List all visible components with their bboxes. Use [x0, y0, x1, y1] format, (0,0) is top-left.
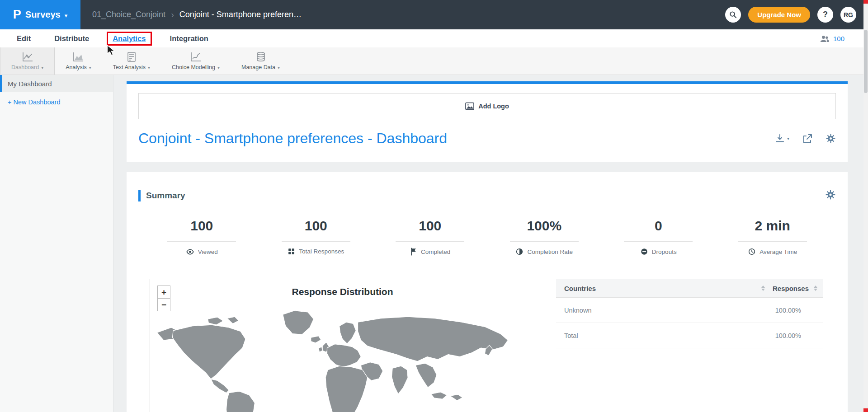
share-icon — [802, 133, 813, 144]
table-row: Unknown 100.00% — [556, 298, 823, 323]
choice-modelling-icon — [190, 52, 202, 62]
toolbar-item-choice-modelling[interactable]: Choice Modelling▾ — [161, 47, 231, 75]
new-dashboard-link[interactable]: + New Dashboard — [0, 98, 113, 106]
toolbar-item-analysis[interactable]: Analysis▾ — [55, 47, 102, 75]
stat-label: Dropouts — [652, 248, 677, 255]
stat-viewed: 100 Viewed — [145, 218, 259, 256]
breadcrumb-parent-link[interactable]: 01_Choice_Conjoint — [92, 10, 165, 19]
people-icon — [820, 34, 829, 42]
search-icon — [729, 10, 737, 19]
column-header-responses[interactable]: Responses — [773, 285, 809, 292]
settings-button[interactable] — [826, 133, 836, 144]
stat-label: Completion Rate — [527, 248, 573, 255]
database-icon — [255, 52, 267, 62]
top-header: P Surveys ▾ 01_Choice_Conjoint › Conjoin… — [0, 0, 868, 29]
help-button[interactable]: ? — [817, 7, 833, 23]
share-button[interactable] — [802, 133, 813, 144]
tab-analytics[interactable]: Analytics — [113, 34, 146, 42]
scrollbar-bottom-marker — [863, 408, 868, 412]
stat-label: Viewed — [198, 248, 218, 255]
surveys-menu[interactable]: P Surveys ▾ — [0, 0, 80, 29]
upgrade-now-button[interactable]: Upgrade Now — [748, 7, 810, 23]
breadcrumb-current: Conjoint - Smartphone preferen… — [179, 10, 302, 19]
world-map[interactable] — [150, 304, 535, 412]
sidebar-item-my-dashboard[interactable]: My Dashboard — [0, 75, 113, 92]
stat-label: Total Responses — [299, 248, 344, 255]
column-header-countries[interactable]: Countries — [564, 285, 761, 292]
vertical-scrollbar[interactable] — [863, 0, 868, 412]
summary-settings-button[interactable] — [825, 189, 836, 202]
survey-nav-tabs: Edit Distribute Analytics Integration 10… — [0, 29, 868, 47]
stat-label: Completed — [421, 248, 450, 255]
area-chart-icon — [72, 52, 84, 62]
stat-average-time: 2 min Average Time — [716, 218, 830, 256]
stat-value: 100 — [259, 218, 373, 234]
tab-integration[interactable]: Integration — [170, 34, 208, 43]
sidebar-item-label: My Dashboard — [8, 80, 52, 88]
stat-value: 100 — [373, 218, 487, 234]
zoom-out-button[interactable]: − — [157, 298, 170, 311]
table-row: Total 100.00% — [556, 323, 823, 348]
minus-circle-icon — [640, 248, 648, 256]
summary-heading: Summary — [146, 191, 185, 201]
breadcrumb-separator-icon: › — [171, 9, 174, 20]
stat-total-responses: 100 Total Responses — [259, 218, 373, 256]
avatar[interactable]: RG — [840, 7, 856, 23]
mouse-cursor — [106, 45, 116, 56]
map-title: Response Distribution — [150, 286, 535, 297]
sort-icon[interactable] — [813, 285, 818, 291]
eye-icon — [186, 248, 194, 256]
tab-edit[interactable]: Edit — [17, 34, 31, 43]
image-icon — [465, 102, 474, 110]
stat-value: 100% — [487, 218, 602, 234]
responses-count-link[interactable]: 100 — [833, 35, 844, 42]
country-cell: Unknown — [564, 307, 775, 314]
stat-value: 100 — [145, 218, 259, 234]
line-chart-icon — [22, 52, 33, 62]
stat-dropouts: 0 Dropouts — [601, 218, 716, 256]
add-logo-label: Add Logo — [478, 103, 509, 110]
chevron-down-icon: ▾ — [65, 12, 68, 19]
text-analysis-icon — [126, 52, 137, 62]
summary-stats: 100 Viewed 100 Total Responses — [127, 218, 848, 256]
chevron-down-icon: ▾ — [787, 136, 789, 141]
stat-value: 0 — [601, 218, 716, 234]
annotation-highlight-box: Analytics — [107, 32, 151, 46]
toolbar-item-dashboard[interactable]: Dashboard▾ — [0, 47, 55, 75]
download-icon — [774, 133, 785, 144]
tab-distribute[interactable]: Distribute — [54, 34, 89, 43]
responses-cell: 100.00% — [775, 332, 801, 339]
analytics-toolbar: Dashboard▾ Analysis▾ Text Analysis▾ Choi… — [0, 47, 868, 75]
half-circle-icon — [515, 248, 524, 256]
search-button[interactable] — [725, 7, 741, 23]
chevron-down-icon: ▾ — [89, 65, 91, 70]
sort-icon[interactable] — [761, 285, 765, 291]
dashboard-sidebar: My Dashboard + New Dashboard — [0, 75, 113, 412]
toolbar-label: Text Analysis — [113, 64, 146, 70]
country-cell: Total — [564, 332, 775, 339]
gear-icon — [825, 189, 836, 200]
scrollbar-top-marker — [863, 0, 868, 4]
download-button[interactable]: ▾ — [774, 133, 789, 144]
stat-completion-rate: 100% Completion Rate — [487, 218, 602, 256]
accent-bar — [138, 190, 141, 201]
add-logo-button[interactable]: Add Logo — [138, 93, 836, 119]
stat-completed: 100 Completed — [373, 218, 487, 256]
breadcrumb: 01_Choice_Conjoint › Conjoint - Smartpho… — [92, 9, 302, 20]
response-distribution-map: + − Response Distribution — [150, 279, 535, 412]
countries-table: Countries Responses Unknown 100.00% — [556, 279, 823, 412]
scrollbar-thumb[interactable] — [864, 30, 868, 93]
chevron-down-icon: ▾ — [217, 65, 220, 70]
stat-value: 2 min — [716, 218, 830, 234]
page-title: Conjoint - Smartphone preferences - Dash… — [138, 130, 447, 147]
dashboard-header-card: Add Logo Conjoint - Smartphone preferenc… — [127, 81, 848, 162]
main-content: Add Logo Conjoint - Smartphone preferenc… — [113, 75, 863, 412]
chevron-down-icon: ▾ — [41, 65, 43, 70]
zoom-in-button[interactable]: + — [157, 286, 170, 299]
gear-icon — [826, 133, 836, 144]
app-logo-icon: P — [13, 9, 21, 21]
stat-label: Average Time — [760, 248, 797, 255]
toolbar-item-manage-data[interactable]: Manage Data▾ — [231, 47, 291, 75]
avatar-initials: RG — [844, 11, 853, 19]
toolbar-label: Choice Modelling — [172, 64, 215, 70]
